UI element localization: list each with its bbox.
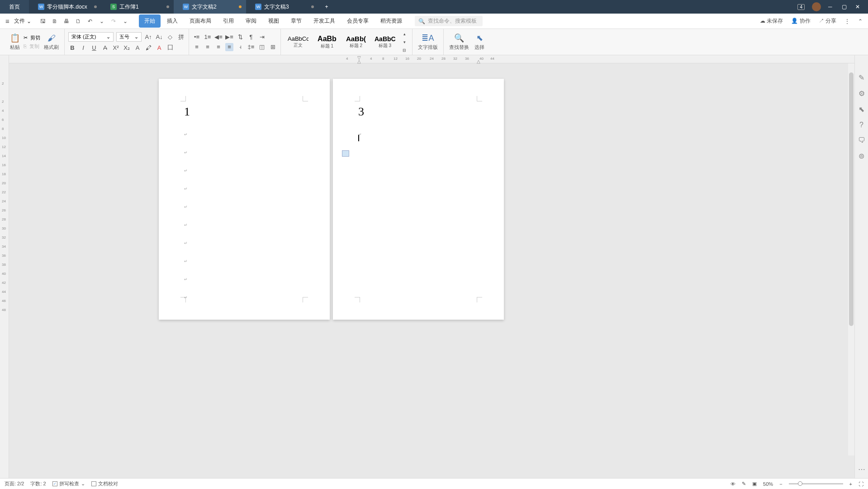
user-avatar[interactable] (812, 2, 821, 11)
tab-references[interactable]: 引用 (218, 14, 239, 28)
format-painter-button[interactable]: 🖌 格式刷 (42, 34, 61, 51)
new-tab-button[interactable]: + (318, 0, 335, 14)
paste-button[interactable]: 📋 粘贴 (8, 33, 22, 51)
decrease-indent-icon[interactable]: ◀≡ (214, 33, 223, 41)
paste-options-button[interactable] (342, 150, 349, 157)
tab-view[interactable]: 视图 (263, 14, 285, 28)
find-replace-button[interactable]: 🔍 查找替换 (447, 33, 471, 51)
file-menu[interactable]: 文件 ⌄ (11, 17, 34, 25)
tab-page-layout[interactable]: 页面布局 (184, 14, 217, 28)
eye-icon[interactable]: 👁 (730, 481, 735, 487)
styles-up-icon[interactable]: ▴ (400, 30, 408, 38)
tab-developer[interactable]: 开发工具 (308, 14, 341, 28)
font-name-select[interactable]: 宋体 (正文)⌄ (68, 32, 114, 42)
tab-sections[interactable]: 章节 (285, 14, 307, 28)
phonetic-icon[interactable]: 拼 (177, 33, 185, 41)
scrollbar-thumb[interactable] (849, 72, 854, 326)
page-2[interactable]: 3 ↵ (333, 79, 504, 320)
text-layout-button[interactable]: ≣A 文字排版 (416, 33, 440, 51)
share-button[interactable]: ↗ 分享 (819, 17, 836, 25)
page-indicator[interactable]: 页面: 2/2 (5, 480, 24, 487)
more-dots-icon[interactable]: ⋯ (858, 465, 865, 474)
zoom-slider[interactable] (789, 483, 843, 484)
redo-icon[interactable]: ↷ (110, 18, 117, 24)
align-left-icon[interactable]: ≡ (193, 43, 201, 51)
styles-down-icon[interactable]: ▾ (400, 38, 408, 46)
tab-document-3[interactable]: W 文字文稿3 (246, 0, 318, 14)
tab-insert[interactable]: 插入 (161, 14, 183, 28)
maximize-icon[interactable]: ▢ (842, 4, 848, 10)
chevron-down-icon[interactable]: ⌄ (122, 18, 129, 24)
translate-icon[interactable]: 🗨 (858, 136, 865, 144)
tab-icon[interactable]: ⇥ (258, 33, 266, 41)
vertical-scrollbar[interactable] (848, 63, 854, 455)
font-size-select[interactable]: 五号⌄ (116, 32, 142, 42)
page-content[interactable]: 3 ↵ (358, 105, 479, 137)
print-icon[interactable]: 🖶 (63, 18, 70, 24)
hamburger-icon[interactable]: ≡ (5, 17, 9, 25)
grow-font-icon[interactable]: A↑ (144, 33, 152, 41)
char-border-icon[interactable]: 囗 (166, 43, 174, 52)
style-heading3[interactable]: AaBbC( 标题 3 (371, 34, 398, 50)
sort-icon[interactable]: ⇅ (236, 33, 244, 41)
numbering-icon[interactable]: 1≡ (204, 33, 212, 41)
cut-button[interactable]: ✂剪切 (24, 34, 40, 41)
italic-icon[interactable]: I (79, 43, 87, 52)
proofread-toggle[interactable]: 文档校对 (91, 480, 118, 487)
spellcheck-toggle[interactable]: ✓ 拼写检查 ⌄ (52, 480, 85, 487)
page-1[interactable]: 1 ↵ ↵ ↵ ↵ ↵ ↵ ↵ ↵ ↵ ↵ (159, 79, 330, 320)
word-count[interactable]: 字数: 2 (30, 480, 46, 487)
fullscreen-icon[interactable]: ⛶ (859, 481, 863, 487)
select-button[interactable]: ⬉ 选择 (473, 33, 486, 51)
line-spacing-icon[interactable]: ‡≡ (247, 43, 255, 51)
text-effects-icon[interactable]: A (133, 43, 142, 52)
underline-icon[interactable]: U (90, 43, 98, 52)
increase-indent-icon[interactable]: ▶≡ (225, 33, 233, 41)
close-icon[interactable]: ✕ (855, 4, 862, 10)
tab-home[interactable]: 首页 (0, 0, 29, 14)
select-cursor-icon[interactable]: ⬉ (859, 105, 864, 114)
page-canvas[interactable]: 1 ↵ ↵ ↵ ↵ ↵ ↵ ↵ ↵ ↵ ↵ (9, 63, 868, 478)
subscript-icon[interactable]: X₂ (123, 43, 131, 52)
save-icon[interactable]: 🖫 (39, 18, 47, 24)
style-heading1[interactable]: AaBb 标题 1 (313, 34, 341, 51)
bold-icon[interactable]: B (68, 43, 76, 52)
styles-expand-icon[interactable]: ⊟ (400, 46, 408, 54)
shrink-font-icon[interactable]: A↓ (155, 33, 163, 41)
bullets-icon[interactable]: •≡ (193, 33, 201, 41)
highlight-icon[interactable]: 🖍 (144, 43, 152, 52)
collapse-ribbon-icon[interactable]: ⌃ (858, 18, 863, 24)
zoom-in-icon[interactable]: + (849, 481, 852, 487)
tab-member[interactable]: 会员专享 (342, 14, 374, 28)
style-normal[interactable]: AaBbCcDd 正文 (285, 34, 312, 50)
show-marks-icon[interactable]: ¶ (247, 33, 255, 41)
collab-button[interactable]: 👤 协作 (791, 17, 810, 25)
zoom-value[interactable]: 50% (763, 481, 773, 487)
help-icon[interactable]: ? (859, 121, 863, 129)
pen-icon[interactable]: ✎ (742, 481, 746, 487)
pencil-icon[interactable]: ✎ (859, 73, 864, 82)
horizontal-ruler[interactable]: 4 4 8 12 16 20 24 28 32 36 40 44 ▽ △ △ (9, 55, 868, 63)
align-center-icon[interactable]: ≡ (204, 43, 212, 51)
shading-icon[interactable]: ◫ (258, 43, 266, 51)
zoom-out-icon[interactable]: − (779, 481, 782, 487)
font-color-icon[interactable]: A (155, 43, 163, 52)
window-count-badge[interactable]: 4 (797, 4, 805, 10)
clear-format-icon[interactable]: ◇ (166, 33, 174, 41)
settings-slider-icon[interactable]: ⚙ (859, 89, 865, 98)
tab-document-0[interactable]: W 零分猫脚本.docx (29, 0, 101, 14)
tab-start[interactable]: 开始 (139, 14, 161, 28)
zoom-thumb[interactable] (798, 481, 802, 486)
tab-document-1[interactable]: S 工作簿1 (101, 0, 174, 14)
align-justify-icon[interactable]: ≡ (225, 43, 233, 51)
chevron-down-icon[interactable]: ⌄ (98, 18, 105, 24)
undo-icon[interactable]: ↶ (86, 18, 94, 24)
location-icon[interactable]: ⊚ (859, 152, 864, 160)
more-icon[interactable]: ⋮ (844, 18, 850, 24)
minimize-icon[interactable]: ─ (828, 4, 835, 10)
fit-page-icon[interactable]: ▣ (752, 481, 757, 487)
command-search[interactable]: 🔍 查找命令、搜索模板 (415, 16, 483, 26)
vertical-ruler[interactable]: 2 2 4 6 8 10 12 14 16 18 20 22 24 26 28 … (0, 55, 9, 478)
tab-review[interactable]: 审阅 (240, 14, 262, 28)
align-right-icon[interactable]: ≡ (214, 43, 223, 51)
